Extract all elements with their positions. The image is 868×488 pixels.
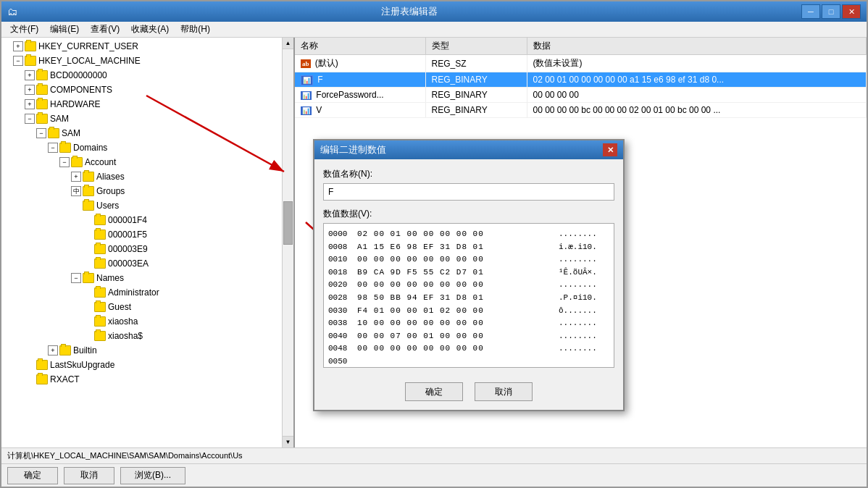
expand-domains[interactable]: − [48,143,58,153]
tree-item-xiaoshas[interactable]: xiaosha$ [1,329,282,343]
label-builtin: Builtin [73,345,97,356]
cell-name-3: 📊 V [295,103,425,118]
icon-binary-1: 📊 [301,75,313,85]
menu-view[interactable]: 查看(V) [85,22,125,37]
scroll-up-btn[interactable]: ▲ [283,38,293,49]
tree-item-sam-top[interactable]: − SAM [1,112,282,126]
table-row[interactable]: 📊 V REG_BINARY 00 00 00 00 bc 00 00 00 0… [295,103,867,118]
dialog-buttons: 确定 取消 [314,376,623,410]
dialog-cancel-button[interactable]: 取消 [475,382,533,401]
main-window: 🗂 注册表编辑器 ─ □ ✕ 文件(F) 编辑(E) 查看(V) 收藏夹(A) … [0,0,868,488]
tree-item-000001f4[interactable]: 000001F4 [1,213,282,227]
bottom-area: 计算机\HKEY_LOCAL_MACHINE\SAM\SAM\Domains\A… [1,447,867,487]
label-sam-child: SAM [62,128,80,138]
tree-item-000003ea[interactable]: 000003EA [1,256,282,271]
col-data: 数据 [527,38,867,55]
expand-bcd[interactable]: + [25,70,35,80]
tree-item-domains[interactable]: − Domains [1,140,282,155]
cell-data-3: 00 00 00 00 bc 00 00 00 02 00 01 00 bc 0… [527,103,867,118]
label-hkcu: HKEY_CURRENT_USER [38,41,138,51]
tree-item-rxact[interactable]: RXACT [1,372,282,387]
expand-components[interactable]: + [25,85,35,95]
tree-item-aliases[interactable]: + Aliases [1,169,282,184]
cell-type-2: REG_BINARY [425,88,527,103]
expand-hklm[interactable]: − [13,56,23,66]
menu-file[interactable]: 文件(F) [4,22,44,37]
folder-icon-builtin [59,345,71,356]
close-button[interactable]: ✕ [842,4,861,19]
expand-aliases[interactable]: + [71,172,81,182]
name-label: 数值名称(N): [323,168,614,180]
folder-icon-groups [83,186,94,196]
tree-item-hardware[interactable]: + HARDWARE [1,97,282,112]
tree-item-administrator[interactable]: Administrator [1,285,282,300]
label-guest: Guest [108,302,131,312]
folder-icon-xiaoshas [94,331,106,341]
menu-edit[interactable]: 编辑(E) [44,22,85,37]
label-sam-top: SAM [50,114,69,124]
cell-type-3: REG_BINARY [425,103,527,118]
expand-builtin[interactable]: + [48,345,58,356]
cell-data-1: 02 00 01 00 00 00 00 00 a1 15 e6 98 ef 3… [527,72,867,88]
menu-favorites[interactable]: 收藏夹(A) [125,22,175,37]
expand-account[interactable]: − [59,157,70,167]
label-groups: Groups [96,186,125,196]
scroll-down-btn[interactable]: ▼ [283,436,293,447]
folder-icon-hardware [36,99,48,109]
tree-item-hklm[interactable]: − HKEY_LOCAL_MACHINE [1,54,282,68]
tree-item-000003e9[interactable]: 000003E9 [1,242,282,256]
tree-item-users[interactable]: Users [1,198,282,213]
folder-icon-bcd [36,70,48,80]
folder-icon-account [71,157,83,167]
tree-item-builtin[interactable]: + Builtin [1,343,282,358]
label-000003ea: 000003EA [108,258,149,269]
label-rxact: RXACT [50,374,80,384]
expand-hardware[interactable]: + [25,99,35,109]
hex-row: 0010 00 00 00 00 00 00 00 00 ........ [328,253,609,266]
hex-row: 0038 10 00 00 00 00 00 00 00 ........ [328,317,609,330]
expand-sam-top[interactable]: − [25,114,35,124]
cancel-button[interactable]: 取消 [64,467,114,484]
expand-sam-child[interactable]: − [36,128,46,138]
label-components: COMPONENTS [50,85,112,95]
tree-item-xiaosha[interactable]: xiaosha [1,314,282,329]
folder-icon-hklm [25,56,36,66]
table-row[interactable]: ab (默认) REG_SZ (数值未设置) [295,55,867,72]
expand-names[interactable]: − [71,273,81,283]
title-bar-controls: ─ □ ✕ [801,4,861,19]
bottom-bar: 确定 取消 浏览(B)... [1,463,867,487]
label-hklm: HKEY_LOCAL_MACHINE [38,56,141,66]
tree-item-account[interactable]: − Account [1,155,282,169]
dialog-confirm-button[interactable]: 确定 [405,382,463,401]
label-lastsku: LastSkuUpgrade [50,360,114,370]
scroll-thumb[interactable] [283,201,293,245]
dialog-close-button[interactable]: ✕ [603,143,617,156]
tree-item-guest[interactable]: Guest [1,300,282,314]
tree-item-hkcu[interactable]: + HKEY_CURRENT_USER [1,39,282,54]
confirm-button[interactable]: 确定 [7,467,58,484]
expand-hkcu[interactable]: + [13,41,23,51]
table-row-selected[interactable]: 📊 F REG_BINARY 02 00 01 00 00 00 00 00 a… [295,72,867,88]
tree-item-bcd[interactable]: + BCD00000000 [1,68,282,83]
tree-item-sam-child[interactable]: − SAM [1,126,282,140]
name-input[interactable] [323,183,614,201]
edit-binary-dialog[interactable]: 编辑二进制数值 ✕ 数值名称(N): 数值数据(V): 0000 02 00 0… [313,139,625,411]
tree-item-components[interactable]: + COMPONENTS [1,83,282,97]
tree-scrollbar[interactable]: ▲ ▼ [282,38,293,447]
minimize-button[interactable]: ─ [801,4,820,19]
table-row[interactable]: 📊 ForcePassword... REG_BINARY 00 00 00 0… [295,88,867,103]
maximize-button[interactable]: □ [822,4,840,19]
tree-item-names[interactable]: − Names [1,271,282,285]
folder-icon-000001f4 [94,215,106,225]
hex-display[interactable]: 0000 02 00 01 00 00 00 00 00 ........000… [323,223,614,368]
browse-button[interactable]: 浏览(B)... [120,467,185,484]
folder-icon-xiaosha [94,316,106,327]
menu-help[interactable]: 帮助(H) [175,22,216,37]
folder-icon-lastsku [36,360,48,370]
tree-item-lastsku[interactable]: LastSkuUpgrade [1,358,282,372]
folder-icon-administrator [94,287,106,298]
menu-bar: 文件(F) 编辑(E) 查看(V) 收藏夹(A) 帮助(H) [1,22,867,38]
tree-item-groups[interactable]: 中 Groups [1,184,282,198]
tree-item-000001f5[interactable]: 000001F5 [1,227,282,242]
col-type: 类型 [425,38,527,55]
